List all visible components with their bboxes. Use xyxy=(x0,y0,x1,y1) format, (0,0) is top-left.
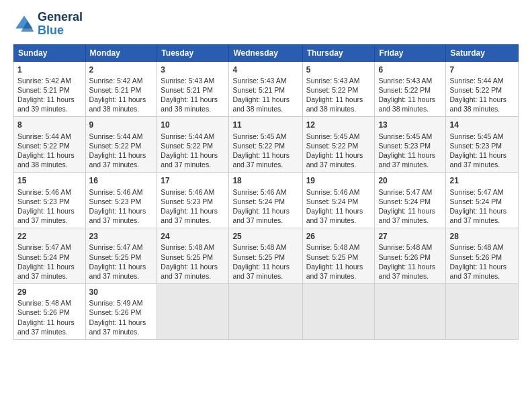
daylight-label: Daylight: 11 hours and 37 minutes. xyxy=(232,263,290,280)
logo: General Blue xyxy=(13,11,83,38)
daylight-label: Daylight: 11 hours and 38 minutes. xyxy=(17,151,75,169)
calendar-cell: 10Sunrise: 5:44 AMSunset: 5:22 PMDayligh… xyxy=(157,117,229,173)
sunrise-label: Sunrise: 5:44 AM xyxy=(161,132,214,140)
sunset-label: Sunset: 5:21 PM xyxy=(17,86,70,94)
daylight-label: Daylight: 11 hours and 37 minutes. xyxy=(449,263,506,280)
sunset-label: Sunset: 5:25 PM xyxy=(161,253,213,261)
sunset-label: Sunset: 5:22 PM xyxy=(449,86,502,94)
day-number: 27 xyxy=(378,231,442,242)
sunset-label: Sunset: 5:22 PM xyxy=(89,142,142,150)
daylight-label: Daylight: 11 hours and 37 minutes. xyxy=(161,151,218,169)
calendar-week-1: 1Sunrise: 5:42 AMSunset: 5:21 PMDaylight… xyxy=(14,61,519,117)
sunset-label: Sunset: 5:24 PM xyxy=(378,197,431,205)
calendar-cell: 19Sunrise: 5:46 AMSunset: 5:24 PMDayligh… xyxy=(302,173,375,228)
sunset-label: Sunset: 5:22 PM xyxy=(306,142,359,150)
sunrise-label: Sunrise: 5:42 AM xyxy=(89,77,143,85)
calendar-cell: 15Sunrise: 5:46 AMSunset: 5:23 PMDayligh… xyxy=(14,173,86,228)
header: General Blue xyxy=(13,11,519,38)
calendar-cell: 26Sunrise: 5:48 AMSunset: 5:25 PMDayligh… xyxy=(302,228,375,284)
sunset-label: Sunset: 5:21 PM xyxy=(232,86,285,94)
day-number: 13 xyxy=(378,120,442,130)
sunset-label: Sunset: 5:23 PM xyxy=(161,197,213,205)
daylight-label: Daylight: 11 hours and 37 minutes. xyxy=(232,151,290,169)
daylight-label: Daylight: 11 hours and 38 minutes. xyxy=(378,95,435,113)
daylight-label: Daylight: 11 hours and 37 minutes. xyxy=(306,151,363,169)
day-number: 21 xyxy=(449,175,515,186)
sunset-label: Sunset: 5:23 PM xyxy=(378,142,431,150)
day-header-monday: Monday xyxy=(85,44,157,61)
calendar-cell: 17Sunrise: 5:46 AMSunset: 5:23 PMDayligh… xyxy=(157,173,229,228)
day-number: 5 xyxy=(306,64,371,75)
sunset-label: Sunset: 5:21 PM xyxy=(89,86,142,94)
day-number: 16 xyxy=(89,175,154,186)
calendar-cell: 24Sunrise: 5:48 AMSunset: 5:25 PMDayligh… xyxy=(157,228,229,284)
daylight-label: Daylight: 11 hours and 37 minutes. xyxy=(89,263,146,280)
sunrise-label: Sunrise: 5:46 AM xyxy=(306,188,360,196)
sunset-label: Sunset: 5:26 PM xyxy=(89,308,142,316)
sunset-label: Sunset: 5:22 PM xyxy=(161,142,213,150)
calendar-cell: 21Sunrise: 5:47 AMSunset: 5:24 PMDayligh… xyxy=(446,173,519,228)
daylight-label: Daylight: 11 hours and 38 minutes. xyxy=(306,95,363,113)
sunrise-label: Sunrise: 5:47 AM xyxy=(17,243,71,251)
day-header-tuesday: Tuesday xyxy=(157,44,229,61)
calendar-week-3: 15Sunrise: 5:46 AMSunset: 5:23 PMDayligh… xyxy=(14,173,519,228)
daylight-label: Daylight: 11 hours and 37 minutes. xyxy=(378,207,435,224)
calendar-week-2: 8Sunrise: 5:44 AMSunset: 5:22 PMDaylight… xyxy=(14,117,519,173)
day-number: 8 xyxy=(17,120,82,130)
sunrise-label: Sunrise: 5:48 AM xyxy=(232,243,286,251)
daylight-label: Daylight: 11 hours and 37 minutes. xyxy=(378,263,435,280)
sunset-label: Sunset: 5:26 PM xyxy=(449,253,502,261)
day-number: 29 xyxy=(17,287,82,298)
calendar-cell xyxy=(375,284,446,340)
day-number: 12 xyxy=(306,120,371,130)
daylight-label: Daylight: 11 hours and 37 minutes. xyxy=(161,263,218,280)
calendar-cell: 8Sunrise: 5:44 AMSunset: 5:22 PMDaylight… xyxy=(14,117,86,173)
sunset-label: Sunset: 5:26 PM xyxy=(378,253,431,261)
calendar-cell xyxy=(446,284,519,340)
sunrise-label: Sunrise: 5:44 AM xyxy=(449,77,503,85)
day-number: 18 xyxy=(232,175,298,186)
sunset-label: Sunset: 5:23 PM xyxy=(17,197,70,205)
day-number: 1 xyxy=(17,64,82,75)
day-number: 7 xyxy=(449,64,515,75)
day-number: 15 xyxy=(17,175,82,186)
sunrise-label: Sunrise: 5:44 AM xyxy=(17,132,71,140)
calendar-cell: 22Sunrise: 5:47 AMSunset: 5:24 PMDayligh… xyxy=(14,228,86,284)
day-number: 24 xyxy=(161,231,225,242)
daylight-label: Daylight: 11 hours and 37 minutes. xyxy=(161,207,218,224)
daylight-label: Daylight: 11 hours and 37 minutes. xyxy=(232,207,290,224)
calendar-table: SundayMondayTuesdayWednesdayThursdayFrid… xyxy=(13,44,519,340)
calendar-cell: 1Sunrise: 5:42 AMSunset: 5:21 PMDaylight… xyxy=(14,61,86,117)
sunset-label: Sunset: 5:24 PM xyxy=(306,197,359,205)
daylight-label: Daylight: 11 hours and 37 minutes. xyxy=(89,151,146,169)
daylight-label: Daylight: 11 hours and 37 minutes. xyxy=(378,151,435,169)
day-number: 6 xyxy=(378,64,442,75)
sunset-label: Sunset: 5:24 PM xyxy=(17,253,70,261)
sunrise-label: Sunrise: 5:48 AM xyxy=(378,243,432,251)
daylight-label: Daylight: 11 hours and 37 minutes. xyxy=(89,207,146,224)
calendar-cell xyxy=(157,284,229,340)
sunset-label: Sunset: 5:23 PM xyxy=(449,142,502,150)
sunrise-label: Sunrise: 5:49 AM xyxy=(89,299,143,307)
day-number: 9 xyxy=(89,120,154,130)
sunrise-label: Sunrise: 5:48 AM xyxy=(306,243,360,251)
daylight-label: Daylight: 11 hours and 38 minutes. xyxy=(232,95,290,113)
calendar-cell: 29Sunrise: 5:48 AMSunset: 5:26 PMDayligh… xyxy=(14,284,86,340)
sunrise-label: Sunrise: 5:45 AM xyxy=(378,132,432,140)
calendar-cell: 13Sunrise: 5:45 AMSunset: 5:23 PMDayligh… xyxy=(375,117,446,173)
calendar-cell: 3Sunrise: 5:43 AMSunset: 5:21 PMDaylight… xyxy=(157,61,229,117)
calendar-header-row: SundayMondayTuesdayWednesdayThursdayFrid… xyxy=(14,44,519,61)
sunset-label: Sunset: 5:22 PM xyxy=(306,86,359,94)
page: General Blue SundayMondayTuesdayWednesda… xyxy=(0,0,532,411)
sunrise-label: Sunrise: 5:43 AM xyxy=(378,77,432,85)
calendar-cell: 11Sunrise: 5:45 AMSunset: 5:22 PMDayligh… xyxy=(229,117,302,173)
calendar-cell: 18Sunrise: 5:46 AMSunset: 5:24 PMDayligh… xyxy=(229,173,302,228)
calendar-cell: 23Sunrise: 5:47 AMSunset: 5:25 PMDayligh… xyxy=(85,228,157,284)
sunset-label: Sunset: 5:23 PM xyxy=(89,197,142,205)
calendar-cell: 6Sunrise: 5:43 AMSunset: 5:22 PMDaylight… xyxy=(375,61,446,117)
calendar-cell: 25Sunrise: 5:48 AMSunset: 5:25 PMDayligh… xyxy=(229,228,302,284)
sunrise-label: Sunrise: 5:48 AM xyxy=(449,243,503,251)
sunrise-label: Sunrise: 5:48 AM xyxy=(17,299,71,307)
sunrise-label: Sunrise: 5:46 AM xyxy=(161,188,214,196)
sunset-label: Sunset: 5:22 PM xyxy=(378,86,431,94)
